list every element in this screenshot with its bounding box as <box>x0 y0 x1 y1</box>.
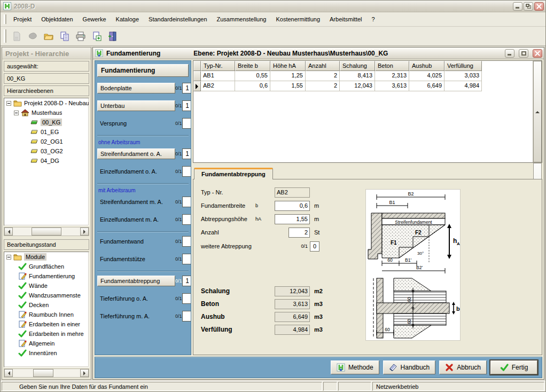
versprung-count-input[interactable] <box>182 118 191 129</box>
weitere-abtreppung-input[interactable] <box>310 241 319 252</box>
fundamentabtreppung-count-input[interactable] <box>182 276 191 286</box>
menu-help[interactable]: ? <box>367 14 380 25</box>
menu-arbeitsmittel[interactable]: Arbeitsmittel <box>325 14 367 25</box>
handbuch-button[interactable]: Handbuch <box>383 360 436 374</box>
table-cell[interactable]: 1,25 <box>270 71 306 81</box>
tree-item-00-kg[interactable]: 00_KG <box>4 117 89 127</box>
close-button[interactable] <box>534 2 544 11</box>
scroll-left-button[interactable] <box>4 228 13 236</box>
column-header-aushub[interactable]: Aushub <box>409 61 444 71</box>
einzelfundament-ma-count-input[interactable] <box>182 214 191 225</box>
menu-kostenermittlung[interactable]: Kostenermittlung <box>271 14 325 25</box>
fundamentbreite-input[interactable] <box>275 201 310 211</box>
exit-button[interactable] <box>106 29 120 43</box>
column-header-schalung[interactable]: Schalung <box>340 61 375 71</box>
fundamentwand-count-input[interactable] <box>182 236 191 247</box>
scroll-track[interactable] <box>13 369 80 377</box>
scroll-left-button[interactable] <box>4 369 13 377</box>
tree-item-erdarbeiten-mehreren[interactable]: Erdarbeiten in mehre <box>4 329 89 339</box>
tree-item-fundamentierung[interactable]: Fundamentierung <box>4 271 89 281</box>
tree-item-raumbuch-innen[interactable]: Raumbuch Innen <box>4 310 89 319</box>
open-folder-button[interactable] <box>42 29 56 43</box>
tree-item-decken[interactable]: Decken <box>4 300 89 310</box>
column-header-typ-nr[interactable]: Typ-Nr. <box>201 61 235 71</box>
column-header-verfuellung[interactable]: Verfüllung <box>444 61 482 71</box>
table-cell[interactable]: AB2 <box>201 81 235 91</box>
table-cell[interactable]: 3,033 <box>444 71 482 81</box>
streifenfundament-oa-count-input[interactable] <box>182 148 191 159</box>
menu-standardeinstellungen[interactable]: Standardeinstellungen <box>144 14 212 25</box>
tree-item-grundflaechen[interactable]: Grundflächen <box>4 262 89 271</box>
table-cell[interactable]: 2 <box>306 81 340 91</box>
tree-item-musterhaus[interactable]: Musterhaus <box>4 108 89 117</box>
table-cell[interactable]: 4,025 <box>409 71 444 81</box>
table-cell[interactable]: 12,043 <box>340 81 375 91</box>
collapse-expander-icon[interactable] <box>6 101 11 106</box>
fertig-button[interactable]: Fertig <box>490 360 537 374</box>
menu-zusammenstellung[interactable]: Zusammenstellung <box>212 14 271 25</box>
scroll-right-button[interactable] <box>80 228 89 236</box>
module-close-button[interactable] <box>533 49 542 58</box>
tree-item-waende[interactable]: Wände <box>4 281 89 291</box>
menu-kataloge[interactable]: Kataloge <box>111 14 144 25</box>
abtreppungshoehe-input[interactable] <box>275 214 310 224</box>
open-project-button[interactable] <box>26 29 40 43</box>
tieferfuehrung-ma-count-input[interactable] <box>182 311 191 322</box>
module-minimize-button[interactable] <box>505 49 514 58</box>
tree-item-erdarbeiten-einer[interactable]: Erdarbeiten in einer <box>4 319 89 329</box>
tree-item-innentueren[interactable]: Innentüren <box>4 348 89 358</box>
minimize-button[interactable] <box>513 2 522 11</box>
column-header-breite[interactable]: Breite b <box>235 61 270 71</box>
tree-item-project[interactable]: Projekt 2008-D - Neubau <box>4 98 89 108</box>
tree-item-module[interactable]: Module <box>4 252 89 262</box>
column-header-anzahl[interactable]: Anzahl <box>306 61 340 71</box>
column-header-beton[interactable]: Beton <box>375 61 409 71</box>
new-document-button[interactable] <box>10 29 24 43</box>
scroll-thumb[interactable] <box>32 228 61 236</box>
tree-item-allgemein[interactable]: Allgemein <box>4 339 89 348</box>
scroll-thumb[interactable] <box>33 369 53 377</box>
table-cell[interactable]: 6,649 <box>409 81 444 91</box>
methode-button[interactable]: Methode <box>331 360 379 374</box>
collapse-expander-icon[interactable] <box>14 111 19 115</box>
table-cell[interactable]: 1,55 <box>270 81 306 91</box>
menubar-grip[interactable] <box>4 14 6 24</box>
abbruch-button[interactable]: Abbruch <box>439 360 487 374</box>
collapse-expander-icon[interactable] <box>6 255 11 260</box>
fundamentstuetze-count-input[interactable] <box>182 254 191 264</box>
table-cell[interactable]: 4,984 <box>444 81 482 91</box>
table-cell[interactable]: 0,55 <box>235 71 270 81</box>
menu-objektdaten[interactable]: Objektdaten <box>36 14 77 25</box>
table-cell[interactable]: 3,613 <box>375 81 409 91</box>
bodenplatte-count-input[interactable] <box>182 83 191 93</box>
einzelfundament-oa-count-input[interactable] <box>182 166 191 177</box>
table-cell[interactable]: 8,413 <box>340 71 375 81</box>
scroll-right-button[interactable] <box>80 369 89 377</box>
anzahl-input[interactable] <box>288 228 310 238</box>
tab-fundamentabtreppung[interactable]: Fundamentabtreppung <box>194 168 273 179</box>
scroll-thumb[interactable] <box>533 162 542 163</box>
tieferfuehrung-oa-count-input[interactable] <box>182 293 191 304</box>
menu-gewerke[interactable]: Gewerke <box>78 14 111 25</box>
menu-projekt[interactable]: Projekt <box>9 14 36 25</box>
tree-item-02-og1[interactable]: 02_OG1 <box>4 137 89 146</box>
streifenfundament-ma-count-input[interactable] <box>182 197 191 207</box>
restore-button[interactable] <box>524 2 533 11</box>
table-cell[interactable]: 0,6 <box>235 81 270 91</box>
unterbau-count-input[interactable] <box>182 100 191 111</box>
table-cell[interactable]: 2 <box>306 71 340 81</box>
export-button[interactable] <box>90 29 104 43</box>
table-cell[interactable]: 2,313 <box>375 71 409 81</box>
tree-item-wandzusammenstellung[interactable]: Wandzusammenste <box>4 291 89 300</box>
tree-item-03-og2[interactable]: 03_OG2 <box>4 146 89 156</box>
column-header-hoehe[interactable]: Höhe hA <box>270 61 306 71</box>
tree-item-04-dg[interactable]: 04_DG <box>4 156 89 166</box>
table-cell[interactable]: AB1 <box>201 71 235 81</box>
tree-item-01-eg[interactable]: 01_EG <box>4 127 89 137</box>
scroll-track[interactable] <box>13 228 80 236</box>
toolbar-grip[interactable] <box>4 29 6 43</box>
copy-button[interactable] <box>58 29 72 43</box>
print-button[interactable] <box>74 29 88 43</box>
module-maximize-button[interactable] <box>519 49 528 58</box>
scroll-up-button[interactable] <box>533 61 542 162</box>
